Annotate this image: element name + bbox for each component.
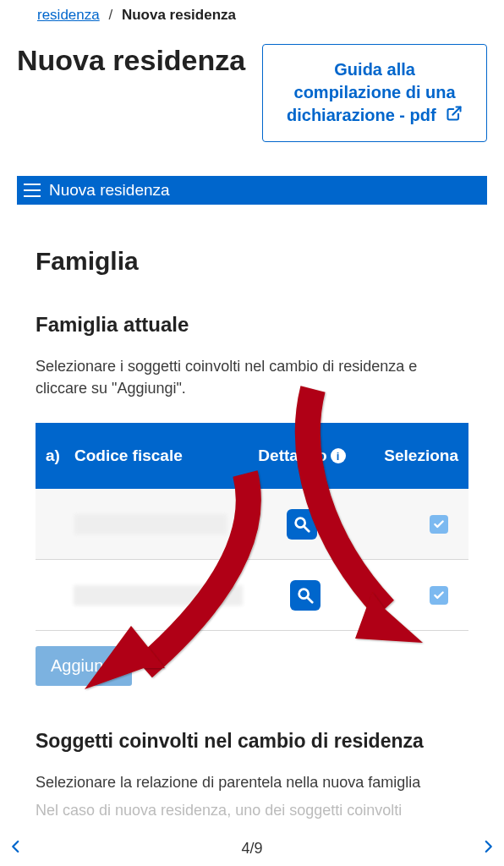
redacted-codice bbox=[74, 514, 227, 534]
family-instruction: Selezionare i soggetti coinvolti nel cam… bbox=[36, 355, 468, 399]
external-link-icon bbox=[446, 105, 463, 128]
subjects-heading: Soggetti coinvolti nel cambio di residen… bbox=[36, 730, 468, 753]
col-fiscale-header: Codice fiscale bbox=[74, 447, 238, 465]
col-dettaglio-header: Dettaglio i bbox=[238, 447, 365, 465]
redacted-codice bbox=[74, 585, 243, 606]
breadcrumb-separator: / bbox=[108, 7, 112, 23]
select-checkbox[interactable] bbox=[430, 586, 448, 605]
section-bar-label: Nuova residenza bbox=[49, 181, 170, 200]
page-indicator: 4/9 bbox=[241, 840, 262, 858]
page-title: Nuova residenza bbox=[17, 44, 245, 77]
menu-icon[interactable] bbox=[24, 184, 41, 197]
guide-pdf-label: Guida alla compilazione di una dichiaraz… bbox=[287, 60, 456, 124]
table-row bbox=[36, 489, 468, 560]
prev-page-button[interactable] bbox=[8, 836, 24, 861]
breadcrumb-current: Nuova residenza bbox=[122, 7, 236, 23]
family-current-heading: Famiglia attuale bbox=[36, 313, 468, 337]
section-bar: Nuova residenza bbox=[17, 176, 487, 205]
next-page-button[interactable] bbox=[480, 836, 496, 861]
select-checkbox[interactable] bbox=[430, 515, 448, 534]
table-header: a) Codice fiscale Dettaglio i Seleziona bbox=[36, 423, 468, 489]
breadcrumb: residenza / Nuova residenza bbox=[17, 0, 487, 44]
svg-line-2 bbox=[304, 527, 310, 532]
detail-button[interactable] bbox=[287, 509, 317, 540]
breadcrumb-link[interactable]: residenza bbox=[37, 7, 100, 23]
guide-pdf-button[interactable]: Guida alla compilazione di una dichiaraz… bbox=[262, 44, 487, 142]
subjects-text-faded: Nel caso di nuova residenza, uno dei sog… bbox=[36, 799, 468, 821]
table-row bbox=[36, 560, 468, 631]
info-icon[interactable]: i bbox=[331, 448, 346, 463]
subjects-text: Selezionare la relazione di parentela ne… bbox=[36, 771, 468, 793]
svg-line-0 bbox=[453, 107, 461, 115]
detail-button[interactable] bbox=[290, 580, 320, 611]
family-heading: Famiglia bbox=[36, 247, 468, 276]
svg-line-4 bbox=[307, 598, 312, 603]
pager-footer: 4/9 bbox=[0, 831, 504, 866]
col-a-header: a) bbox=[46, 447, 74, 465]
add-button[interactable]: Aggiungi bbox=[36, 646, 132, 686]
col-seleziona-header: Seleziona bbox=[365, 447, 458, 465]
